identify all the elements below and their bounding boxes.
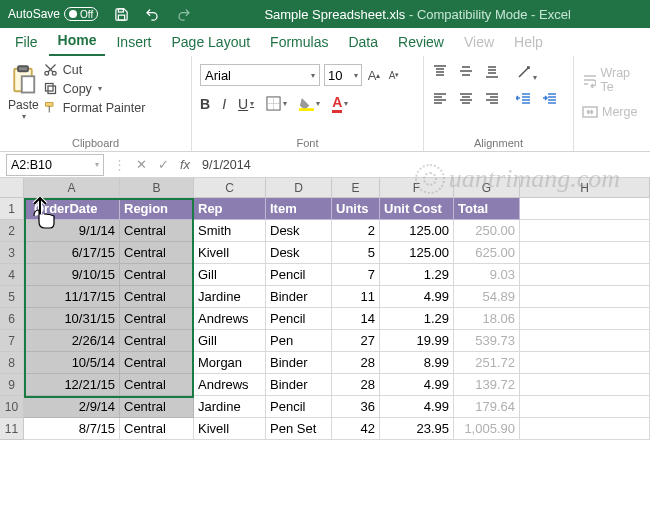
row-head[interactable]: 7 [0, 330, 24, 352]
cell[interactable]: 251.72 [454, 352, 520, 374]
cell[interactable]: 625.00 [454, 242, 520, 264]
cell[interactable]: Central [120, 242, 194, 264]
cell[interactable]: 11/17/15 [24, 286, 120, 308]
tab-formulas[interactable]: Formulas [261, 30, 337, 56]
cell[interactable]: Pen [266, 330, 332, 352]
cell[interactable]: 9/10/15 [24, 264, 120, 286]
cell[interactable] [520, 286, 650, 308]
font-size-select[interactable]: 10▾ [324, 64, 362, 86]
cell[interactable] [520, 418, 650, 440]
cell[interactable]: 4.99 [380, 396, 454, 418]
align-top-icon[interactable] [432, 64, 448, 83]
row-head[interactable]: 8 [0, 352, 24, 374]
col-head-A[interactable]: A [24, 178, 120, 198]
paste-button[interactable]: Paste ▾ [8, 58, 39, 121]
cell[interactable]: 139.72 [454, 374, 520, 396]
cell[interactable]: Pencil [266, 264, 332, 286]
header-cell[interactable]: Rep [194, 198, 266, 220]
cell[interactable]: 10/5/14 [24, 352, 120, 374]
cell[interactable]: 7 [332, 264, 380, 286]
spreadsheet-grid[interactable]: ABCDEFGH 1OrderDateRegionRepItemUnitsUni… [0, 178, 650, 440]
col-head-E[interactable]: E [332, 178, 380, 198]
col-head-D[interactable]: D [266, 178, 332, 198]
cell[interactable] [520, 374, 650, 396]
cell[interactable]: Central [120, 374, 194, 396]
cell[interactable]: 28 [332, 352, 380, 374]
row-head[interactable]: 1 [0, 198, 24, 220]
col-head-G[interactable]: G [454, 178, 520, 198]
cell[interactable]: 8/7/15 [24, 418, 120, 440]
cell[interactable]: 11 [332, 286, 380, 308]
align-center-icon[interactable] [458, 91, 474, 110]
save-icon[interactable] [114, 7, 129, 22]
cell[interactable]: Central [120, 352, 194, 374]
cell[interactable] [520, 242, 650, 264]
increase-font-icon[interactable]: A▴ [366, 66, 382, 84]
cell[interactable]: Central [120, 264, 194, 286]
align-bottom-icon[interactable] [484, 64, 500, 83]
formula-input[interactable] [196, 155, 650, 175]
cell[interactable]: 19.99 [380, 330, 454, 352]
copy-button[interactable]: Copy▾ [43, 81, 146, 96]
row-head[interactable]: 11 [0, 418, 24, 440]
cell[interactable]: 539.73 [454, 330, 520, 352]
cell[interactable]: 54.89 [454, 286, 520, 308]
header-cell[interactable]: Total [454, 198, 520, 220]
cell[interactable] [520, 198, 650, 220]
col-head-B[interactable]: B [120, 178, 194, 198]
header-cell[interactable]: Units [332, 198, 380, 220]
row-head[interactable]: 5 [0, 286, 24, 308]
cell[interactable]: 5 [332, 242, 380, 264]
italic-button[interactable]: I [222, 96, 226, 112]
cell[interactable]: Central [120, 308, 194, 330]
border-button[interactable]: ▾ [266, 96, 287, 111]
cell[interactable]: 18.06 [454, 308, 520, 330]
row-head[interactable]: 10 [0, 396, 24, 418]
font-name-select[interactable]: Arial▾ [200, 64, 320, 86]
header-cell[interactable]: Item [266, 198, 332, 220]
row-head[interactable]: 6 [0, 308, 24, 330]
cell[interactable] [520, 264, 650, 286]
fill-color-button[interactable]: ▾ [299, 96, 320, 111]
cell[interactable]: Gill [194, 264, 266, 286]
cell[interactable]: Pencil [266, 396, 332, 418]
row-head[interactable]: 2 [0, 220, 24, 242]
format-painter-button[interactable]: Format Painter [43, 100, 146, 115]
cell[interactable]: Pencil [266, 308, 332, 330]
cell[interactable]: Andrews [194, 374, 266, 396]
cell[interactable]: Morgan [194, 352, 266, 374]
col-head-F[interactable]: F [380, 178, 454, 198]
cell[interactable]: 23.95 [380, 418, 454, 440]
cell[interactable]: 28 [332, 374, 380, 396]
col-head-H[interactable]: H [520, 178, 650, 198]
cell[interactable]: Central [120, 418, 194, 440]
cell[interactable]: Binder [266, 352, 332, 374]
cell[interactable] [520, 220, 650, 242]
font-color-button[interactable]: A▾ [332, 94, 348, 113]
cell[interactable]: 125.00 [380, 242, 454, 264]
enter-icon[interactable]: ✓ [152, 157, 174, 172]
redo-icon[interactable] [175, 7, 193, 22]
row-head[interactable]: 9 [0, 374, 24, 396]
underline-button[interactable]: U▾ [238, 96, 254, 112]
cell[interactable]: 179.64 [454, 396, 520, 418]
header-cell[interactable]: Region [120, 198, 194, 220]
cell[interactable]: 2 [332, 220, 380, 242]
dropdown-icon[interactable]: ⋮ [108, 157, 130, 172]
cell[interactable]: 4.99 [380, 374, 454, 396]
cell[interactable]: Kivell [194, 242, 266, 264]
cell[interactable]: Central [120, 330, 194, 352]
cell[interactable]: Smith [194, 220, 266, 242]
header-cell[interactable]: Unit Cost [380, 198, 454, 220]
cell[interactable]: Central [120, 396, 194, 418]
autosave-toggle[interactable]: AutoSave Off [8, 7, 98, 21]
merge-button[interactable]: Merge [582, 104, 642, 120]
cell[interactable]: Binder [266, 286, 332, 308]
cell[interactable]: Central [120, 220, 194, 242]
select-all-corner[interactable] [0, 178, 24, 198]
tab-page-layout[interactable]: Page Layout [162, 30, 259, 56]
cell[interactable]: 36 [332, 396, 380, 418]
tab-help[interactable]: Help [505, 30, 552, 56]
cut-button[interactable]: Cut [43, 62, 146, 77]
cell[interactable]: 125.00 [380, 220, 454, 242]
